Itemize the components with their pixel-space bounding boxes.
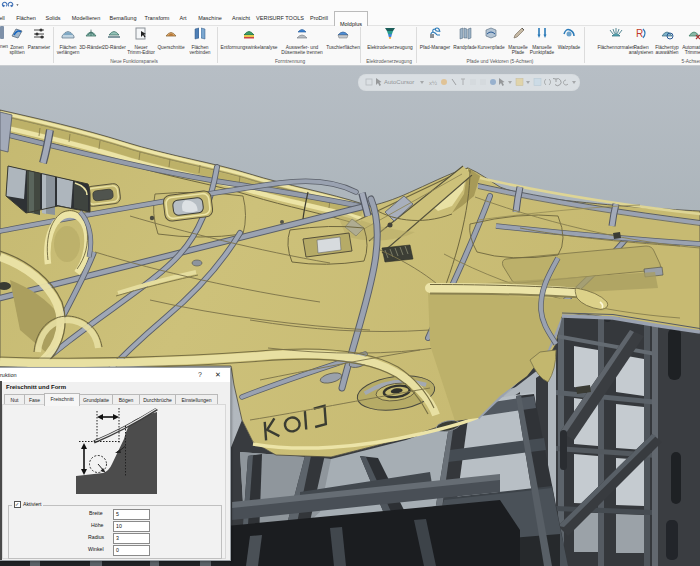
svg-text:x½: x½ <box>429 80 437 86</box>
svg-text:AutoCursor: AutoCursor <box>384 79 414 85</box>
